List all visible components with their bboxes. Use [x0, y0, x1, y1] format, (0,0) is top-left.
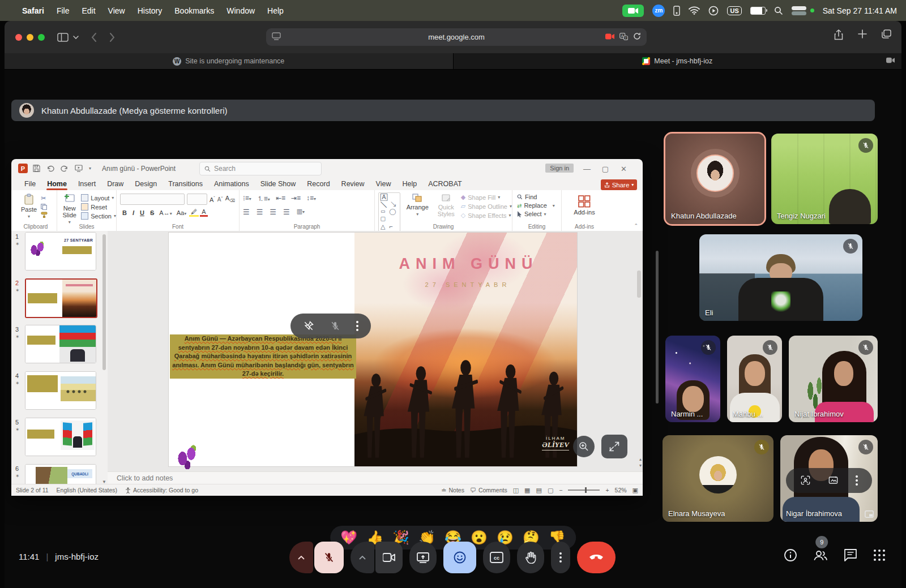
font-size-combo[interactable] [187, 194, 207, 205]
slide-sorter-view-button[interactable]: ▦ [524, 487, 530, 494]
more-options-button[interactable] [551, 542, 570, 573]
participant-tile-elnara[interactable]: Elnara Musayeva [663, 435, 773, 522]
reload-icon[interactable] [633, 32, 641, 40]
battery-icon[interactable] [750, 7, 766, 15]
format-painter-button[interactable] [41, 212, 48, 218]
redo-icon[interactable] [61, 165, 69, 172]
people-button[interactable]: 9 [813, 548, 828, 562]
present-screen-button[interactable] [409, 542, 437, 573]
share-page-icon[interactable] [834, 29, 843, 40]
reactions-button[interactable] [443, 542, 476, 573]
participant-tile-eli[interactable]: Eli [699, 234, 862, 321]
line-spacing-button[interactable]: ↕≡▾ [306, 194, 316, 204]
spotlight-search-icon[interactable] [774, 6, 783, 15]
close-window-button[interactable] [15, 34, 22, 41]
slide-thumbnail-3[interactable]: 3✶ [11, 325, 108, 369]
bullets-button[interactable]: ⁝≡▾ [243, 194, 251, 204]
fullscreen-window-button[interactable] [38, 34, 45, 41]
reading-view-button[interactable]: ▤ [536, 487, 541, 494]
align-right-button[interactable]: ☰ [270, 208, 276, 216]
increase-indent-button[interactable]: ⇥≡ [291, 194, 301, 204]
justify-button[interactable]: ☰ [283, 208, 290, 216]
clear-formatting-button[interactable]: A⌫ [225, 195, 235, 203]
forward-button[interactable] [109, 33, 115, 42]
align-left-button[interactable]: ☰ [243, 208, 250, 216]
raise-hand-button[interactable] [517, 542, 544, 573]
thumbnail-scrollbar[interactable] [102, 234, 106, 370]
menu-window[interactable]: Window [220, 6, 261, 15]
arrange-button[interactable]: Arrange▾ [404, 192, 431, 218]
activities-button[interactable] [873, 549, 886, 561]
ribbon-tab-acrobat[interactable]: ACROBAT [423, 179, 467, 189]
find-button[interactable]: Find [517, 194, 555, 200]
menu-safari[interactable]: Safari [16, 6, 50, 15]
leave-call-button[interactable] [577, 542, 616, 573]
ribbon-tab-view[interactable]: View [371, 179, 396, 189]
replace-button[interactable]: ⇄Replace▾ [517, 202, 555, 209]
language-indicator[interactable]: English (United States) [57, 487, 117, 493]
ribbon-tab-slide-show[interactable]: Slide Show [255, 179, 301, 189]
numbering-button[interactable]: ⒈≡▾ [257, 194, 270, 204]
menu-bookmarks[interactable]: Bookmarks [168, 6, 220, 15]
pip-icon[interactable] [865, 510, 874, 518]
tab-meet[interactable]: Meet - jms-hbfj-ioz [454, 53, 902, 69]
tile-framing-button[interactable] [800, 475, 811, 486]
zoom-presentation-button[interactable] [573, 436, 595, 457]
wifi-icon[interactable] [689, 6, 700, 15]
mic-options-chevron[interactable] [289, 542, 313, 573]
slide-thumbnail-6[interactable]: 6✶QUBADLI [11, 464, 108, 486]
underline-button[interactable]: U [138, 209, 147, 216]
zoom-slider[interactable] [568, 490, 600, 491]
participant-tile-tengiz[interactable]: Tengiz Nugzari [771, 134, 878, 224]
ribbon-tab-transitions[interactable]: Transitions [163, 179, 208, 189]
start-slideshow-icon[interactable] [75, 165, 83, 172]
quick-styles-button[interactable]: Quick Styles [435, 192, 458, 218]
menu-history[interactable]: History [131, 6, 169, 15]
tab-overview-icon[interactable] [882, 29, 891, 40]
columns-button[interactable]: ▥▾ [297, 208, 305, 216]
paste-button[interactable]: Paste▾ [18, 192, 40, 220]
participants-scrollbar[interactable] [656, 251, 659, 404]
menubar-clock[interactable]: Sat Sep 27 11:41 AM [823, 6, 897, 15]
iphone-mirroring-icon[interactable] [673, 6, 680, 16]
chat-button[interactable] [844, 548, 857, 562]
slide-thumbnail-1[interactable]: 1✶27 SENTYABR [11, 232, 108, 276]
reset-button[interactable]: Reset [81, 203, 116, 211]
align-center-button[interactable]: ☰ [257, 208, 263, 216]
camera-in-use-icon[interactable] [605, 33, 614, 40]
translate-icon[interactable]: A文 [619, 33, 628, 40]
strikethrough-button[interactable]: S [148, 209, 156, 216]
participant-tile-mahbu[interactable]: Mahbu ... [727, 336, 782, 422]
screen-recording-indicator-icon[interactable] [622, 5, 644, 17]
shape-effects-button[interactable]: ◇Shape Effects▾ [461, 212, 512, 219]
participant-tile-khatun[interactable]: Khatun Abdullazade [665, 134, 764, 224]
decrease-indent-button[interactable]: ⇤≡ [276, 194, 285, 204]
ppt-share-button[interactable]: Share ▾ [601, 179, 637, 190]
italic-button[interactable]: I [130, 209, 136, 216]
tile-more-button[interactable] [856, 479, 858, 482]
new-slide-button[interactable]: New Slide▾ [59, 192, 79, 226]
slide-canvas[interactable]: ANIM GÜNÜ 27 SENTYABR İLHAM ƏLİYEV Anım … [169, 233, 577, 466]
ppt-maximize-button[interactable]: ▢ [602, 165, 609, 173]
shape-fill-button[interactable]: ◆Shape Fill▾ [461, 194, 512, 201]
tile-effects-button[interactable] [828, 475, 839, 486]
accessibility-status[interactable]: Accessibility: Good to go [125, 487, 198, 493]
slide-text-box[interactable]: Anım Günü — Azərbaycan Respublikasında 2… [170, 334, 356, 379]
tile-more-options-button[interactable] [356, 325, 358, 327]
slide-thumbnail-4[interactable]: 4✶ [11, 371, 108, 415]
camera-button[interactable] [375, 542, 403, 573]
unpin-button[interactable] [303, 320, 314, 332]
grow-font-button[interactable]: Aˆ [210, 196, 215, 203]
ribbon-tab-help[interactable]: Help [397, 179, 422, 189]
copy-button[interactable] [41, 204, 48, 210]
new-tab-icon[interactable] [858, 29, 867, 40]
ppt-minimize-button[interactable]: — [583, 165, 591, 173]
change-case-button[interactable]: Aa▾ [175, 209, 188, 216]
sidebar-toggle-icon[interactable] [57, 33, 69, 42]
undo-icon[interactable] [46, 165, 54, 172]
layout-button[interactable]: Layout▾ [81, 194, 116, 201]
ribbon-tab-file[interactable]: File [19, 179, 41, 189]
ribbon-tab-review[interactable]: Review [336, 179, 370, 189]
fit-slide-button[interactable]: ▣ [633, 487, 638, 494]
select-button[interactable]: Select▾ [517, 211, 555, 217]
